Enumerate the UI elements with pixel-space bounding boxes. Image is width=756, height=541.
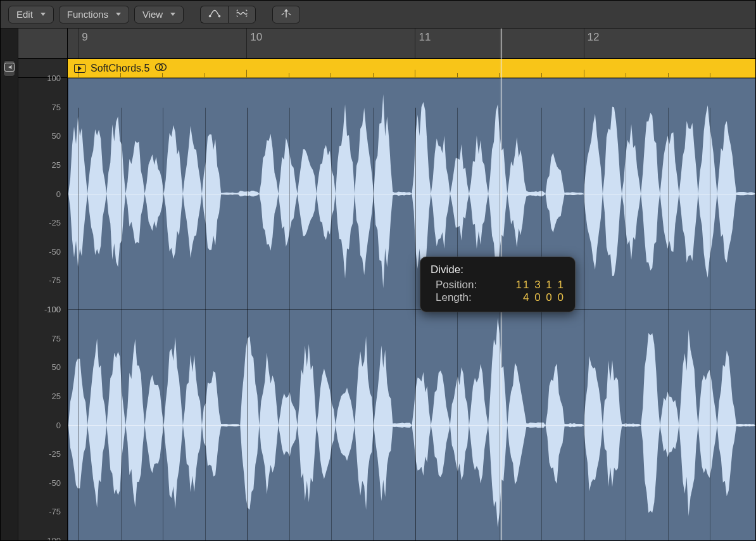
stereo-icon <box>154 63 167 74</box>
automation-curve-icon <box>208 8 222 21</box>
amplitude-axis: 1007550250-25-50-75-100 1007550250-25-50… <box>18 29 68 540</box>
playhead-snap-button[interactable] <box>272 6 300 23</box>
tooltip-length-value: 4 0 0 0 <box>523 291 565 304</box>
ruler-label: 9 <box>82 31 87 44</box>
amplitude-tick: -25 <box>49 449 61 459</box>
amplitude-tick: -100 <box>44 536 61 542</box>
automation-curve-button[interactable] <box>200 6 228 23</box>
functions-menu[interactable]: Functions <box>59 6 129 23</box>
amplitude-tick: 100 <box>47 305 61 314</box>
amplitude-tick: 100 <box>47 73 61 83</box>
ruler-label: 12 <box>588 31 600 44</box>
divide-tooltip: Divide: Position: 11 3 1 1 Length: 4 0 0… <box>420 257 576 312</box>
ruler-label: 10 <box>250 31 262 44</box>
amplitude-tick: 50 <box>52 131 61 141</box>
waveform-channel-left <box>68 79 755 310</box>
amplitude-tick: 0 <box>56 189 61 198</box>
edit-menu[interactable]: Edit <box>8 6 54 23</box>
editor-toolbar: Edit Functions View <box>1 1 755 29</box>
waveform-channel-right <box>68 310 755 541</box>
amplitude-tick: -50 <box>49 246 61 256</box>
bar-ruler[interactable]: 9101112 <box>68 29 755 59</box>
catalog-button[interactable] <box>3 60 15 77</box>
flex-button[interactable] <box>228 6 256 23</box>
waveform-area[interactable] <box>68 78 755 540</box>
flex-icon <box>235 8 249 21</box>
amplitude-tick: -50 <box>49 478 61 487</box>
tooltip-position-label: Position: <box>431 279 477 291</box>
amplitude-tick: 50 <box>52 362 61 372</box>
amplitude-labels: 1007550250-25-50-75-100 1007550250-25-50… <box>18 78 67 540</box>
amplitude-tick: 0 <box>56 420 61 430</box>
mode-button-group <box>200 6 256 23</box>
timeline[interactable]: 9101112 SoftChords.5 <box>68 29 755 540</box>
catalog-icon <box>4 63 15 74</box>
tooltip-title: Divide: <box>431 264 565 276</box>
amplitude-tick: 75 <box>52 102 61 111</box>
tooltip-position-value: 11 3 1 1 <box>516 279 565 291</box>
svg-point-0 <box>208 15 211 18</box>
functions-menu-label: Functions <box>67 9 108 20</box>
amplitude-tick: -75 <box>49 507 61 516</box>
amplitude-tick: 25 <box>52 391 61 400</box>
tooltip-length-label: Length: <box>431 291 472 304</box>
view-menu-label: View <box>142 9 163 20</box>
amplitude-tick: 25 <box>52 160 61 169</box>
view-menu[interactable]: View <box>134 6 184 23</box>
ruler-label: 11 <box>419 31 431 44</box>
svg-marker-5 <box>8 66 11 68</box>
left-gutter <box>1 29 18 540</box>
amplitude-tick: -25 <box>49 218 61 227</box>
amplitude-tick: 75 <box>52 333 61 343</box>
edit-menu-label: Edit <box>16 9 33 20</box>
region-header[interactable]: SoftChords.5 <box>68 59 755 78</box>
amplitude-tick: -75 <box>49 276 61 285</box>
region-play-icon <box>74 64 85 73</box>
playhead-snap-icon <box>279 8 293 21</box>
region-name: SoftChords.5 <box>91 63 149 74</box>
svg-point-1 <box>218 15 220 18</box>
svg-marker-3 <box>284 10 288 12</box>
